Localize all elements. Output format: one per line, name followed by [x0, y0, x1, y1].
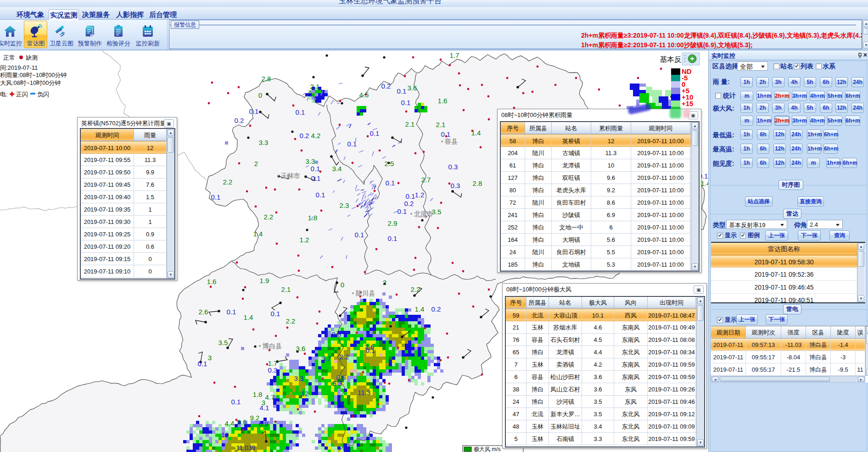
- svg-text:6.9: 6.9: [259, 420, 269, 428]
- svg-text:4.4: 4.4: [225, 419, 235, 427]
- svg-text:2.6: 2.6: [199, 308, 208, 316]
- svg-text:0.1: 0.1: [311, 165, 320, 173]
- svg-text:1.2: 1.2: [415, 191, 425, 199]
- svg-text:11.3: 11.3: [358, 389, 370, 396]
- svg-text:12: 12: [301, 390, 309, 397]
- svg-text:3.7: 3.7: [322, 355, 331, 363]
- svg-text:0.1: 0.1: [355, 231, 364, 239]
- svg-text:0.1: 0.1: [441, 130, 451, 138]
- svg-text:1.6: 1.6: [207, 278, 217, 285]
- svg-text:2.6: 2.6: [365, 343, 375, 351]
- svg-text:缺测: 缺测: [26, 54, 38, 61]
- svg-text:3.6: 3.6: [408, 84, 417, 92]
- svg-text:2.2: 2.2: [286, 317, 296, 325]
- svg-text:0.2: 0.2: [431, 305, 441, 313]
- svg-text:4.2: 4.2: [311, 132, 321, 140]
- svg-text:0.1: 0.1: [311, 174, 321, 182]
- svg-text:3.6: 3.6: [296, 345, 306, 352]
- svg-text:3.3: 3.3: [294, 374, 304, 382]
- svg-text:2.8: 2.8: [473, 179, 482, 187]
- svg-text:10: 10: [221, 431, 229, 439]
- svg-text:0: 0: [341, 281, 344, 289]
- svg-text:1.8: 1.8: [308, 214, 318, 222]
- svg-text:0.1: 0.1: [296, 108, 305, 116]
- svg-text:3.3: 3.3: [259, 139, 269, 146]
- svg-text:容县: 容县: [444, 138, 458, 145]
- svg-text:4.7: 4.7: [265, 393, 275, 401]
- svg-text:基本反: 基本反: [660, 56, 682, 63]
- svg-text:0.1: 0.1: [316, 191, 325, 199]
- svg-text:1.2: 1.2: [300, 236, 309, 244]
- svg-text:1.6: 1.6: [438, 97, 448, 105]
- svg-text:正常: 正常: [3, 54, 15, 61]
- svg-text:博白县: 博白县: [262, 342, 282, 350]
- svg-text:0.8: 0.8: [332, 330, 342, 338]
- svg-text:2.9: 2.9: [388, 219, 398, 227]
- svg-text:2.1: 2.1: [310, 83, 320, 90]
- svg-text:0.1: 0.1: [198, 360, 207, 368]
- svg-text:2.1: 2.1: [405, 120, 415, 128]
- svg-text:2.1: 2.1: [436, 121, 446, 128]
- svg-text:0.3: 0.3: [448, 163, 458, 171]
- svg-text:2.2: 2.2: [264, 213, 274, 221]
- svg-text:陆川县: 陆川县: [356, 290, 375, 297]
- svg-text:3.4: 3.4: [332, 165, 342, 173]
- svg-text:0.1: 0.1: [398, 207, 407, 215]
- svg-text:正闪: 正闪: [16, 91, 28, 98]
- svg-text:0.2: 0.2: [381, 82, 391, 90]
- svg-text:玉林市: 玉林市: [280, 172, 300, 179]
- svg-text:3: 3: [208, 354, 212, 362]
- svg-text:1.9: 1.9: [260, 277, 269, 285]
- svg-text:8.6: 8.6: [336, 374, 346, 381]
- svg-text:1.4: 1.4: [471, 129, 481, 137]
- svg-text:1.4: 1.4: [415, 305, 425, 313]
- svg-text:2.3: 2.3: [340, 201, 349, 209]
- svg-text:负闪: 负闪: [37, 91, 49, 98]
- svg-text:2: 2: [383, 279, 386, 286]
- svg-text:0.1: 0.1: [401, 99, 411, 106]
- svg-text:0.1: 0.1: [386, 179, 395, 187]
- svg-text:0.2: 0.2: [235, 117, 244, 124]
- svg-text:间:2019-07-11: 间:2019-07-11: [0, 64, 38, 71]
- svg-text:3.3: 3.3: [306, 157, 315, 165]
- svg-text:1.4: 1.4: [244, 313, 253, 321]
- svg-text:2: 2: [254, 160, 258, 167]
- svg-text:0.1: 0.1: [397, 87, 407, 95]
- svg-text:大风:08时~10时00分钟: 大风:08时~10时00分钟: [0, 79, 61, 86]
- svg-text:4.1: 4.1: [260, 404, 269, 412]
- svg-text:0.1: 0.1: [211, 193, 221, 201]
- svg-text:0.1: 0.1: [227, 308, 236, 316]
- svg-text:-11.039: -11.039: [234, 444, 256, 452]
- svg-text:2.5: 2.5: [385, 160, 394, 167]
- svg-text:极大风 m/s: 极大风 m/s: [474, 446, 501, 452]
- svg-text:1.7: 1.7: [450, 51, 459, 59]
- svg-text:0.1: 0.1: [347, 140, 357, 148]
- svg-text:0.2: 0.2: [404, 200, 414, 207]
- svg-text:0.3: 0.3: [451, 182, 460, 190]
- svg-text:2.1: 2.1: [281, 285, 291, 293]
- svg-text:北流市: 北流市: [414, 210, 433, 218]
- svg-text:0.1: 0.1: [231, 398, 241, 406]
- svg-text:0.2: 0.2: [300, 132, 309, 140]
- svg-text:0.3: 0.3: [268, 366, 278, 374]
- svg-text:0.1: 0.1: [271, 310, 280, 318]
- svg-text:1.4: 1.4: [253, 230, 263, 238]
- svg-text:2.2: 2.2: [223, 178, 233, 186]
- svg-text:+15: +15: [682, 100, 693, 107]
- svg-text:电:: 电:: [0, 91, 8, 98]
- svg-text:4.5: 4.5: [359, 91, 369, 99]
- svg-text:0.1: 0.1: [370, 129, 380, 137]
- svg-text:2.8: 2.8: [262, 75, 271, 83]
- svg-text:9.2: 9.2: [250, 414, 260, 422]
- svg-text:2.2: 2.2: [411, 285, 420, 293]
- svg-text:2.2: 2.2: [340, 353, 349, 361]
- svg-text:3.5: 3.5: [218, 339, 228, 346]
- svg-text:9.6: 9.6: [237, 418, 247, 426]
- svg-text:0.1: 0.1: [388, 234, 398, 242]
- svg-text:2.7: 2.7: [421, 176, 431, 184]
- svg-text:0: 0: [258, 91, 262, 99]
- svg-text:0.1: 0.1: [249, 107, 259, 115]
- svg-text:积雨量:08时~10时00分钟: 积雨量:08时~10时00分钟: [0, 72, 67, 78]
- svg-text:0.1: 0.1: [406, 192, 415, 200]
- svg-text:1.8: 1.8: [253, 391, 263, 398]
